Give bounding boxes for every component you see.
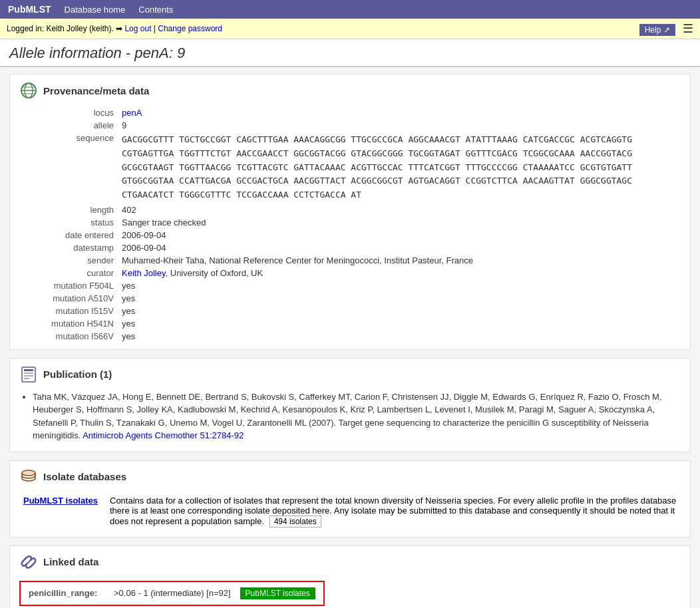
field-label: datestamp bbox=[19, 241, 119, 254]
field-label: date entered bbox=[19, 229, 119, 241]
db-name: PubMLST isolates bbox=[19, 493, 106, 530]
field-label: mutation A510V bbox=[19, 292, 119, 305]
table-row: status Sanger trace checked bbox=[19, 216, 681, 229]
field-value: yes bbox=[119, 279, 681, 292]
isolate-db-table: PubMLST isolates Contains data for a col… bbox=[19, 493, 681, 530]
table-row: allele 9 bbox=[19, 119, 681, 132]
isolate-databases-section: Isolate databases PubMLST isolates Conta… bbox=[9, 460, 691, 537]
globe-icon bbox=[19, 81, 38, 100]
locus-link[interactable]: penA bbox=[122, 108, 142, 118]
nav-database-home[interactable]: Database home bbox=[65, 5, 126, 15]
pubmlst-isolates-link[interactable]: PubMLST isolates bbox=[23, 496, 98, 506]
field-value: Muhamed-Kheir Taha, National Reference C… bbox=[119, 254, 681, 267]
login-info: Logged in: Keith Jolley (keith). ➡ Log o… bbox=[7, 24, 222, 33]
field-value: 2006-09-04 bbox=[119, 229, 681, 241]
table-row: locus penA bbox=[19, 106, 681, 119]
publication-section: Publication (1) Taha MK, Vázquez JA, Hon… bbox=[9, 358, 691, 452]
page-title-area: Allele information - penA: 9 bbox=[0, 39, 700, 67]
change-password-link[interactable]: Change password bbox=[158, 24, 222, 33]
logout-link[interactable]: Log out bbox=[124, 24, 151, 33]
publication-list: Taha MK, Vázquez JA, Hong E, Bennett DE,… bbox=[19, 390, 681, 442]
isolate-count-button[interactable]: 494 isolates bbox=[269, 516, 321, 528]
field-value: penA bbox=[119, 106, 681, 119]
page-title: Allele information - penA: 9 bbox=[9, 45, 691, 62]
sequence-value: GACGGCGTTT TGCTGCCGGT CAGCTTTGAA AAACAGG… bbox=[119, 132, 681, 204]
linked-data-label: penicillin_range: bbox=[29, 588, 108, 598]
table-row: mutation A510V yes bbox=[19, 292, 681, 305]
svg-rect-7 bbox=[24, 373, 33, 374]
linked-data-box: penicillin_range: >0.06 - 1 (intermediat… bbox=[19, 581, 325, 606]
table-row: mutation I566V yes bbox=[19, 330, 681, 343]
provenance-header: Provenance/meta data bbox=[19, 81, 681, 100]
main-content: Provenance/meta data locus penA allele 9… bbox=[0, 67, 700, 608]
svg-rect-9 bbox=[24, 378, 29, 379]
isolate-databases-header: Isolate databases bbox=[19, 468, 681, 486]
field-label: mutation F504L bbox=[19, 279, 119, 292]
table-row: mutation F504L yes bbox=[19, 279, 681, 292]
menu-icon[interactable]: ☰ bbox=[683, 22, 693, 35]
field-value: 9 bbox=[119, 119, 681, 132]
list-item: Taha MK, Vázquez JA, Hong E, Bennett DE,… bbox=[33, 390, 681, 442]
table-row: sequence GACGGCGTTT TGCTGCCGGT CAGCTTTGA… bbox=[19, 132, 681, 204]
top-navigation: PubMLST Database home Contents bbox=[0, 0, 700, 19]
provenance-section: Provenance/meta data locus penA allele 9… bbox=[9, 74, 691, 350]
field-value: yes bbox=[119, 330, 681, 343]
field-label: status bbox=[19, 216, 119, 229]
field-value: Sanger trace checked bbox=[119, 216, 681, 229]
provenance-title: Provenance/meta data bbox=[43, 85, 149, 96]
pubmlst-isolates-button[interactable]: PubMLST isolates bbox=[240, 587, 315, 599]
svg-rect-6 bbox=[24, 369, 33, 371]
table-row: length 402 bbox=[19, 204, 681, 216]
chain-link-icon bbox=[19, 553, 38, 571]
journal-link[interactable]: Antimicrob Agents Chemother 51:2784-92 bbox=[83, 430, 244, 440]
help-button[interactable]: Help ↗ bbox=[639, 24, 675, 36]
field-label: allele bbox=[19, 119, 119, 132]
field-label: length bbox=[19, 204, 119, 216]
db-description: Contains data for a collection of isolat… bbox=[106, 493, 681, 530]
field-label: mutation H541N bbox=[19, 317, 119, 330]
table-row: date entered 2006-09-04 bbox=[19, 229, 681, 241]
field-label: sender bbox=[19, 254, 119, 267]
field-label: mutation I515V bbox=[19, 305, 119, 317]
linked-data-title: Linked data bbox=[43, 556, 98, 567]
field-value: yes bbox=[119, 317, 681, 330]
linked-data-row: penicillin_range: >0.06 - 1 (intermediat… bbox=[29, 587, 315, 599]
table-row: curator Keith Jolley, University of Oxfo… bbox=[19, 267, 681, 279]
login-bar: Logged in: Keith Jolley (keith). ➡ Log o… bbox=[0, 19, 700, 39]
publication-title: Publication (1) bbox=[43, 369, 112, 380]
table-row: mutation I515V yes bbox=[19, 305, 681, 317]
field-label: locus bbox=[19, 106, 119, 119]
field-label: curator bbox=[19, 267, 119, 279]
field-value: 402 bbox=[119, 204, 681, 216]
table-row: sender Muhamed-Kheir Taha, National Refe… bbox=[19, 254, 681, 267]
field-value: Keith Jolley, University of Oxford, UK bbox=[119, 267, 681, 279]
linked-data-section: Linked data penicillin_range: >0.06 - 1 … bbox=[9, 545, 691, 608]
publication-icon bbox=[19, 365, 38, 384]
help-area: Help ↗ ☰ bbox=[639, 21, 693, 36]
svg-rect-8 bbox=[24, 375, 33, 377]
field-value: yes bbox=[119, 305, 681, 317]
nav-contents[interactable]: Contents bbox=[138, 5, 173, 15]
svg-line-12 bbox=[27, 560, 31, 564]
provenance-table: locus penA allele 9 sequence GACGGCGTTT … bbox=[19, 106, 681, 343]
table-row: datestamp 2006-09-04 bbox=[19, 241, 681, 254]
publication-header: Publication (1) bbox=[19, 365, 681, 384]
linked-data-header: Linked data bbox=[19, 553, 681, 571]
table-row: PubMLST isolates Contains data for a col… bbox=[19, 493, 681, 530]
table-row: mutation H541N yes bbox=[19, 317, 681, 330]
field-label: mutation I566V bbox=[19, 330, 119, 343]
linked-data-value: >0.06 - 1 (intermediate) [n=92] bbox=[114, 588, 231, 598]
field-value: 2006-09-04 bbox=[119, 241, 681, 254]
svg-point-11 bbox=[22, 470, 35, 476]
isolate-databases-title: Isolate databases bbox=[43, 471, 126, 482]
pubmlst-logo: PubMLST bbox=[8, 4, 51, 15]
database-icon bbox=[19, 468, 38, 486]
field-label: sequence bbox=[19, 132, 119, 204]
field-value: yes bbox=[119, 292, 681, 305]
curator-link[interactable]: Keith Jolley bbox=[122, 268, 166, 278]
